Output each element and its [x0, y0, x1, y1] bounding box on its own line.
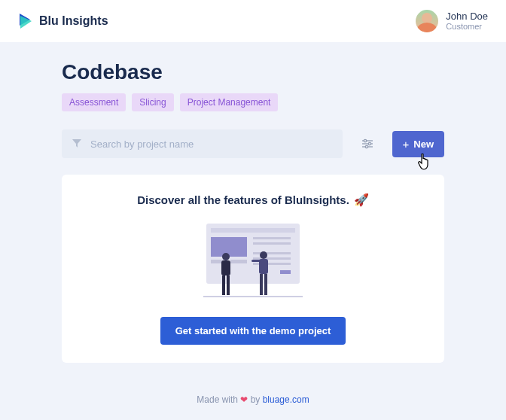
tag-project-management[interactable]: Project Management: [180, 93, 279, 111]
svg-rect-14: [253, 257, 291, 260]
svg-point-3: [368, 142, 370, 145]
tag-slicing[interactable]: Slicing: [132, 93, 173, 111]
page-title: Codebase: [62, 60, 444, 84]
svg-rect-20: [227, 275, 230, 295]
discover-title-row: Discover all the features of BluInsights…: [137, 193, 369, 207]
filter-funnel-icon: [72, 139, 81, 148]
avatar: [416, 10, 438, 32]
svg-rect-13: [253, 252, 291, 254]
brand-name: Blu Insights: [39, 14, 108, 28]
search-box[interactable]: [62, 129, 343, 158]
svg-point-1: [364, 139, 366, 142]
search-input[interactable]: [90, 138, 332, 150]
svg-rect-19: [222, 275, 225, 295]
app-header: Blu Insights John Doe Customer: [0, 0, 506, 42]
svg-rect-7: [211, 228, 295, 233]
discover-title: Discover all the features of BluInsights…: [137, 193, 349, 206]
rocket-icon: 🚀: [354, 193, 369, 207]
discover-card: Discover all the features of BluInsights…: [62, 175, 444, 363]
new-button-label: New: [413, 138, 434, 150]
sliders-icon: [362, 138, 373, 149]
filter-settings-button[interactable]: [355, 131, 380, 157]
plus-icon: +: [403, 138, 410, 150]
brand[interactable]: Blu Insights: [18, 12, 108, 30]
user-name: John Doe: [446, 11, 488, 23]
svg-rect-24: [260, 274, 263, 295]
user-menu[interactable]: John Doe Customer: [416, 10, 488, 32]
tag-assessment[interactable]: Assessment: [62, 93, 126, 111]
svg-rect-23: [251, 260, 261, 262]
svg-rect-25: [264, 274, 267, 295]
svg-rect-26: [203, 296, 303, 297]
logo-icon: [18, 12, 33, 30]
tag-list: Assessment Slicing Project Management: [62, 93, 444, 111]
svg-rect-15: [253, 263, 291, 265]
svg-point-5: [365, 145, 367, 148]
user-info: John Doe Customer: [446, 11, 488, 32]
footer: Made with ❤ by bluage.com: [62, 394, 444, 405]
cursor-pointer-icon: [418, 154, 431, 170]
user-role: Customer: [446, 22, 488, 32]
svg-rect-12: [253, 242, 291, 245]
svg-point-17: [222, 253, 230, 260]
svg-rect-11: [253, 237, 291, 239]
svg-point-21: [260, 251, 267, 259]
footer-link[interactable]: bluage.com: [263, 394, 309, 405]
svg-rect-18: [221, 260, 230, 275]
svg-rect-10: [230, 260, 247, 263]
footer-mid: by: [248, 394, 262, 405]
svg-rect-16: [280, 270, 291, 274]
svg-rect-8: [211, 237, 247, 257]
illustration: [199, 221, 307, 300]
heart-icon: ❤: [240, 394, 248, 405]
new-button[interactable]: + New: [392, 131, 445, 157]
footer-prefix: Made with: [197, 394, 240, 405]
toolbar: + New: [62, 129, 444, 158]
demo-project-button[interactable]: Get started with the demo project: [160, 317, 346, 345]
main-content: Codebase Assessment Slicing Project Mana…: [0, 42, 506, 420]
